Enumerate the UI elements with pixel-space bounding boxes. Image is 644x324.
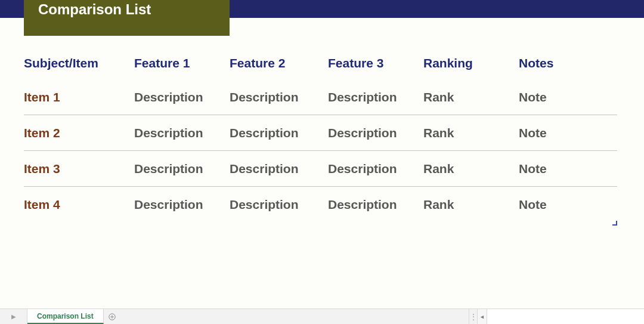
- cell-feature3[interactable]: Description: [328, 198, 423, 212]
- cell-ranking[interactable]: Rank: [423, 162, 519, 176]
- cell-feature3[interactable]: Description: [328, 162, 423, 176]
- sheet-tab-bar: ▶ Comparison List ⋮ ◄: [0, 308, 644, 324]
- cell-item-name[interactable]: Item 4: [24, 198, 134, 212]
- col-feature2: Feature 2: [230, 56, 328, 70]
- footer-spacer: [120, 309, 469, 324]
- comparison-table: Subject/Item Feature 1 Feature 2 Feature…: [24, 47, 617, 223]
- col-feature3: Feature 3: [328, 56, 423, 70]
- selection-corner-icon: [612, 221, 617, 226]
- cell-item-name[interactable]: Item 3: [24, 162, 134, 176]
- cell-notes[interactable]: Note: [519, 198, 614, 212]
- cell-ranking[interactable]: Rank: [423, 90, 519, 104]
- horizontal-scrollbar[interactable]: ◄: [477, 309, 644, 324]
- sheet-nav-button[interactable]: ▶: [0, 309, 27, 324]
- cell-feature1[interactable]: Description: [134, 90, 230, 104]
- cell-feature1[interactable]: Description: [134, 162, 230, 176]
- page-title: Comparison List: [38, 1, 151, 18]
- cell-feature1[interactable]: Description: [134, 126, 230, 140]
- table-row[interactable]: Item 3 Description Description Descripti…: [24, 151, 617, 187]
- splitter-grip-icon[interactable]: ⋮: [469, 309, 477, 324]
- cell-feature2[interactable]: Description: [230, 126, 328, 140]
- cell-feature3[interactable]: Description: [328, 90, 423, 104]
- add-sheet-button[interactable]: [104, 309, 120, 324]
- cell-notes[interactable]: Note: [519, 162, 614, 176]
- title-block: Comparison List: [24, 0, 230, 36]
- cell-feature1[interactable]: Description: [134, 198, 230, 212]
- scroll-track[interactable]: [487, 309, 644, 324]
- col-subject: Subject/Item: [24, 56, 134, 70]
- table-row[interactable]: Item 1 Description Description Descripti…: [24, 79, 617, 115]
- cell-ranking[interactable]: Rank: [423, 126, 519, 140]
- cell-item-name[interactable]: Item 2: [24, 126, 134, 140]
- cell-notes[interactable]: Note: [519, 126, 614, 140]
- cell-feature3[interactable]: Description: [328, 126, 423, 140]
- table-header-row: Subject/Item Feature 1 Feature 2 Feature…: [24, 47, 617, 79]
- cell-ranking[interactable]: Rank: [423, 198, 519, 212]
- col-ranking: Ranking: [423, 56, 519, 70]
- scroll-left-icon[interactable]: ◄: [478, 309, 487, 324]
- cell-item-name[interactable]: Item 1: [24, 90, 134, 104]
- col-notes: Notes: [519, 56, 614, 70]
- table-row[interactable]: Item 2 Description Description Descripti…: [24, 115, 617, 151]
- cell-notes[interactable]: Note: [519, 90, 614, 104]
- sheet-tab-comparison-list[interactable]: Comparison List: [27, 309, 104, 324]
- cell-feature2[interactable]: Description: [230, 162, 328, 176]
- col-feature1: Feature 1: [134, 56, 230, 70]
- cell-feature2[interactable]: Description: [230, 90, 328, 104]
- plus-icon: [109, 313, 116, 320]
- table-row[interactable]: Item 4 Description Description Descripti…: [24, 187, 617, 223]
- cell-feature2[interactable]: Description: [230, 198, 328, 212]
